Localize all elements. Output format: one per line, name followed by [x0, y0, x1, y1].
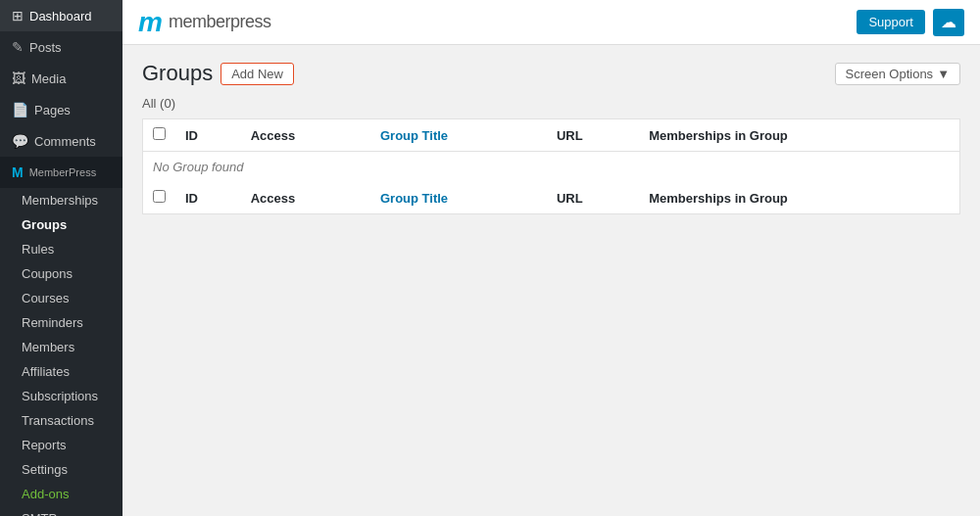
add-new-button[interactable]: Add New: [220, 63, 294, 85]
memberpress-header-label: MemberPress: [29, 166, 96, 178]
content-area: Groups Add New Screen Options ▼ All (0): [122, 45, 980, 516]
filter-all-count: (0): [160, 96, 175, 111]
sidebar-item-reminders[interactable]: Reminders: [0, 310, 122, 335]
sidebar-item-dashboard[interactable]: ⊞ Dashboard: [0, 0, 122, 31]
dashboard-icon: ⊞: [12, 8, 24, 23]
screen-options-label: Screen Options: [846, 67, 934, 81]
sidebar-item-label: Comments: [34, 134, 96, 149]
mp-logo: m memberpress: [138, 9, 857, 36]
select-all-checkbox[interactable]: [153, 127, 166, 140]
sidebar-item-courses[interactable]: Courses: [0, 286, 122, 310]
sidebar-item-settings[interactable]: Settings: [0, 457, 122, 482]
main-area: m memberpress Support ☁ Groups Add New S…: [122, 0, 980, 516]
sidebar-item-label: Posts: [29, 40, 62, 55]
sidebar-item-label: Dashboard: [29, 9, 92, 23]
sidebar: ⊞ Dashboard ✎ Posts 🖼 Media 📄 Pages 💬 Co…: [0, 0, 122, 516]
page-header: Groups Add New Screen Options ▼: [142, 61, 960, 86]
sidebar-item-addons[interactable]: Add-ons: [0, 482, 122, 506]
empty-row: No Group found: [143, 152, 960, 183]
header-url: URL: [547, 119, 639, 152]
comments-icon: 💬: [12, 133, 28, 149]
sidebar-item-posts[interactable]: ✎ Posts: [0, 31, 122, 63]
sidebar-item-subscriptions[interactable]: Subscriptions: [0, 384, 122, 408]
sidebar-item-memberships[interactable]: Memberships: [0, 188, 122, 212]
topbar: m memberpress Support ☁: [122, 0, 980, 45]
header-group-title[interactable]: Group Title: [370, 119, 547, 152]
cloud-icon: ☁: [941, 13, 956, 31]
page-title-row: Groups Add New: [142, 61, 294, 86]
header-memberships: Memberships in Group: [639, 119, 959, 152]
sidebar-item-transactions[interactable]: Transactions: [0, 408, 122, 433]
filter-all-link[interactable]: All (0): [142, 96, 175, 111]
empty-message: No Group found: [153, 160, 244, 174]
media-icon: 🖼: [12, 70, 25, 86]
sidebar-item-label: Pages: [34, 103, 71, 117]
posts-icon: ✎: [12, 39, 24, 55]
header-id: ID: [175, 119, 241, 152]
pages-icon: 📄: [12, 102, 28, 117]
sidebar-item-pages[interactable]: 📄 Pages: [0, 94, 122, 125]
sidebar-item-reports[interactable]: Reports: [0, 433, 122, 457]
filter-bar: All (0): [142, 96, 960, 111]
sidebar-item-members[interactable]: Members: [0, 335, 122, 359]
sidebar-item-label: Media: [31, 71, 66, 86]
header-access: Access: [241, 119, 370, 152]
select-all-footer-checkbox[interactable]: [153, 190, 166, 203]
screen-options-arrow-icon: ▼: [937, 67, 950, 81]
footer-url: URL: [547, 182, 639, 214]
sort-group-title-footer-link[interactable]: Group Title: [380, 191, 448, 206]
sidebar-item-coupons[interactable]: Coupons: [0, 261, 122, 286]
select-all-column: [143, 119, 176, 152]
screen-options-button[interactable]: Screen Options ▼: [835, 63, 960, 85]
logo-m-icon: m: [138, 9, 163, 36]
filter-all-label: All: [142, 96, 156, 111]
table-header-row: ID Access Group Title URL Memberships in…: [143, 119, 960, 152]
sidebar-item-rules[interactable]: Rules: [0, 237, 122, 261]
sidebar-item-smtp[interactable]: SMTP: [0, 506, 122, 516]
sidebar-item-media[interactable]: 🖼 Media: [0, 63, 122, 94]
support-button[interactable]: Support: [857, 10, 925, 34]
sidebar-item-groups[interactable]: Groups: [0, 212, 122, 237]
page-title: Groups: [142, 61, 213, 86]
groups-table: ID Access Group Title URL Memberships in…: [142, 118, 960, 214]
memberpress-logo-icon: M: [12, 164, 24, 180]
sort-group-title-link[interactable]: Group Title: [380, 128, 448, 143]
table-footer-row: ID Access Group Title URL Memberships in…: [143, 182, 960, 214]
select-all-footer-column: [143, 182, 176, 214]
footer-id: ID: [175, 182, 241, 214]
topbar-actions: Support ☁: [857, 9, 964, 36]
footer-memberships: Memberships in Group: [639, 182, 959, 214]
sidebar-memberpress-header[interactable]: M MemberPress: [0, 157, 122, 188]
cloud-button[interactable]: ☁: [933, 9, 964, 36]
footer-group-title[interactable]: Group Title: [370, 182, 547, 214]
sidebar-item-comments[interactable]: 💬 Comments: [0, 125, 122, 157]
footer-access: Access: [241, 182, 370, 214]
logo-text: memberpress: [169, 12, 271, 32]
sidebar-item-affiliates[interactable]: Affiliates: [0, 359, 122, 384]
